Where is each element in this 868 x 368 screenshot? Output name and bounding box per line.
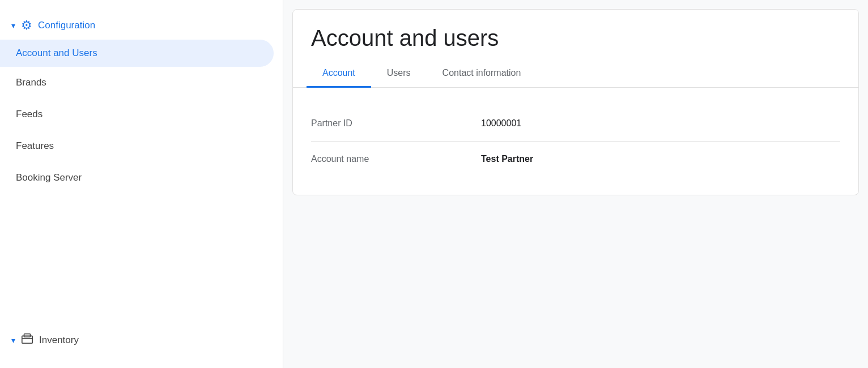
tab-users[interactable]: Users — [371, 60, 427, 88]
account-name-label: Account name — [311, 154, 481, 164]
sidebar-inventory-label: Inventory — [39, 335, 79, 346]
sidebar-item-booking-server[interactable]: Booking Server — [0, 162, 283, 194]
account-name-row: Account name Test Partner — [311, 142, 840, 177]
chevron-down-icon: ▾ — [11, 336, 15, 345]
sidebar-item-label: Brands — [16, 77, 46, 88]
content-card: Account and users Account Users Contact … — [292, 9, 859, 195]
gear-icon: ⚙ — [21, 18, 32, 33]
svg-rect-1 — [24, 334, 31, 337]
account-tab-content: Partner ID 10000001 Account name Test Pa… — [293, 88, 858, 195]
sidebar-inventory-header[interactable]: ▾ Inventory — [0, 323, 283, 357]
sidebar: ▾ ⚙ Configuration Account and Users Bran… — [0, 0, 283, 368]
sidebar-item-features[interactable]: Features — [0, 130, 283, 162]
sidebar-item-label: Feeds — [16, 109, 42, 119]
inventory-icon — [21, 332, 33, 348]
tabs-bar: Account Users Contact information — [293, 60, 858, 88]
sidebar-configuration-header[interactable]: ▾ ⚙ Configuration — [0, 11, 283, 40]
sidebar-item-brands[interactable]: Brands — [0, 67, 283, 99]
sidebar-item-account-and-users[interactable]: Account and Users — [0, 40, 274, 67]
partner-id-value: 10000001 — [481, 118, 521, 129]
sidebar-active-item-label: Account and Users — [16, 48, 97, 58]
chevron-down-icon: ▾ — [11, 21, 15, 30]
page-title: Account and users — [293, 10, 858, 60]
sidebar-item-label: Booking Server — [16, 172, 82, 183]
sidebar-configuration-label: Configuration — [38, 20, 95, 31]
tab-contact-information[interactable]: Contact information — [427, 60, 537, 88]
partner-id-row: Partner ID 10000001 — [311, 106, 840, 142]
partner-id-label: Partner ID — [311, 118, 481, 129]
sidebar-item-label: Features — [16, 140, 54, 151]
account-name-value: Test Partner — [481, 154, 533, 164]
main-content: Account and users Account Users Contact … — [283, 0, 868, 368]
sidebar-item-feeds[interactable]: Feeds — [0, 99, 283, 130]
tab-account[interactable]: Account — [307, 60, 371, 88]
